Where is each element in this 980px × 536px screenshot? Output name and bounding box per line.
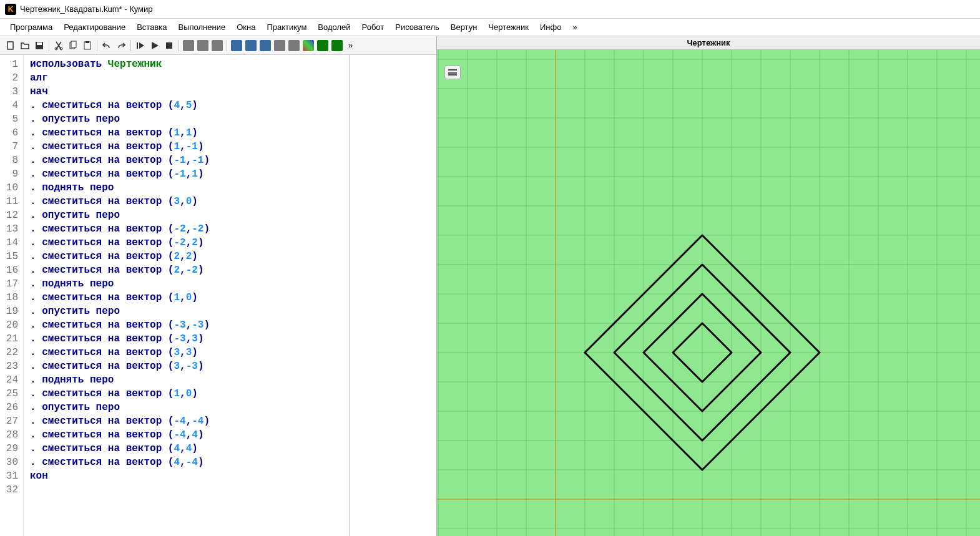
menubar: ПрограммаРедактированиеВставкаВыполнение… xyxy=(0,19,980,36)
tool-icon[interactable] xyxy=(230,39,243,52)
svg-rect-0 xyxy=(7,42,13,49)
tool-icon[interactable] xyxy=(316,39,330,52)
cut-icon[interactable] xyxy=(52,39,66,52)
code-line[interactable]: . сместиться на вектор (3,3) xyxy=(30,346,343,359)
menu-item[interactable]: Программа xyxy=(5,21,57,34)
code-line[interactable]: . сместиться на вектор (1,-1) xyxy=(30,140,343,153)
code-line[interactable]: . сместиться на вектор (1,1) xyxy=(30,126,343,140)
svg-rect-9 xyxy=(137,42,138,49)
code-line[interactable]: . сместиться на вектор (1,0) xyxy=(30,291,343,305)
save-file-icon[interactable] xyxy=(32,39,46,52)
separator xyxy=(49,40,49,51)
svg-rect-6 xyxy=(71,41,76,47)
tool-icon[interactable] xyxy=(244,39,258,52)
code-line[interactable]: . сместиться на вектор (-3,3) xyxy=(30,332,343,346)
tool-icon[interactable] xyxy=(273,39,287,52)
separator xyxy=(227,40,227,51)
code-line[interactable]: . сместиться на вектор (2,2) xyxy=(30,250,343,263)
code-line[interactable]: . сместиться на вектор (2,-2) xyxy=(30,263,343,277)
separator xyxy=(179,40,179,51)
menu-item[interactable]: Выполнение xyxy=(173,21,230,34)
code-line[interactable]: нач xyxy=(30,85,343,99)
menu-item[interactable]: Рисователь xyxy=(390,21,444,34)
menu-item[interactable]: Редактирование xyxy=(59,21,130,34)
editor-side-column xyxy=(349,55,436,536)
menu-item[interactable]: Робот xyxy=(357,21,390,34)
tool-icon[interactable] xyxy=(330,39,344,52)
code-line[interactable]: . сместиться на вектор (-3,-3) xyxy=(30,318,343,332)
right-pane: Чертежник xyxy=(437,36,980,536)
open-file-icon[interactable] xyxy=(18,39,32,52)
separator xyxy=(130,40,131,51)
code-line[interactable]: алг xyxy=(30,71,343,85)
menu-item[interactable]: Практикум xyxy=(262,21,311,34)
code-line[interactable]: кон xyxy=(30,469,343,483)
code-line[interactable] xyxy=(30,483,343,497)
tool-icon[interactable] xyxy=(210,39,224,52)
canvas-menu-button[interactable] xyxy=(444,66,461,79)
hamburger-icon xyxy=(448,69,457,76)
toolbar-more[interactable]: » xyxy=(345,41,356,50)
code-area[interactable]: использовать Чертежникалгнач. сместиться… xyxy=(24,55,349,536)
menu-item[interactable]: Инфо xyxy=(535,21,566,34)
code-line[interactable]: . опустить перо xyxy=(30,401,343,414)
menu-item[interactable]: Чертежник xyxy=(483,21,534,34)
line-gutter: 1234567891011121314151617181920212223242… xyxy=(0,55,24,536)
code-line[interactable]: . сместиться на вектор (3,0) xyxy=(30,195,343,208)
code-line[interactable]: использовать Чертежник xyxy=(30,57,343,71)
svg-rect-10 xyxy=(166,42,172,49)
tool-icon[interactable] xyxy=(196,39,210,52)
code-line[interactable]: . сместиться на вектор (3,-3) xyxy=(30,359,343,373)
tool-icon[interactable] xyxy=(182,39,195,52)
canvas-title: Чертежник xyxy=(437,36,980,50)
code-line[interactable]: . поднять перо xyxy=(30,373,343,387)
code-line[interactable]: . сместиться на вектор (-1,1) xyxy=(30,167,343,181)
menu-item[interactable]: » xyxy=(567,21,582,34)
code-line[interactable]: . сместиться на вектор (-2,-2) xyxy=(30,222,343,236)
menu-item[interactable]: Вертун xyxy=(446,21,483,34)
svg-rect-2 xyxy=(37,42,42,45)
copy-icon[interactable] xyxy=(66,39,80,52)
code-line[interactable]: . сместиться на вектор (-1,-1) xyxy=(30,153,343,167)
svg-rect-8 xyxy=(86,41,89,43)
menu-item[interactable]: Водолей xyxy=(313,21,355,34)
code-line[interactable]: . сместиться на вектор (1,0) xyxy=(30,387,343,401)
toolbar: » xyxy=(0,36,436,55)
left-pane: » 12345678910111213141516171819202122232… xyxy=(0,36,437,536)
code-line[interactable]: . сместиться на вектор (-4,-4) xyxy=(30,414,343,428)
code-line[interactable]: . сместиться на вектор (4,-4) xyxy=(30,456,343,469)
code-line[interactable]: . сместиться на вектор (-2,2) xyxy=(30,236,343,250)
code-line[interactable]: . опустить перо xyxy=(30,305,343,318)
separator xyxy=(97,40,97,51)
drawing-canvas[interactable] xyxy=(437,50,980,536)
undo-icon[interactable] xyxy=(100,39,114,52)
code-line[interactable]: . сместиться на вектор (4,5) xyxy=(30,99,343,112)
titlebar: K Чертежник_Квадраты.kum* - Кумир xyxy=(0,0,980,19)
stop-icon[interactable] xyxy=(162,39,176,52)
code-line[interactable]: . поднять перо xyxy=(30,277,343,291)
paste-icon[interactable] xyxy=(81,39,94,52)
tool-icon[interactable] xyxy=(301,39,315,52)
code-line[interactable]: . сместиться на вектор (4,4) xyxy=(30,442,343,456)
code-line[interactable]: . сместиться на вектор (-4,4) xyxy=(30,428,343,442)
tool-icon[interactable] xyxy=(258,39,272,52)
run-step-icon[interactable] xyxy=(134,39,147,52)
app-logo: K xyxy=(5,4,16,15)
tool-icon[interactable] xyxy=(287,39,301,52)
menu-item[interactable]: Окна xyxy=(232,21,260,34)
run-icon[interactable] xyxy=(148,39,162,52)
window-title: Чертежник_Квадраты.kum* - Кумир xyxy=(20,4,153,14)
redo-icon[interactable] xyxy=(114,39,128,52)
code-editor[interactable]: 1234567891011121314151617181920212223242… xyxy=(0,55,349,536)
editor-wrap: 1234567891011121314151617181920212223242… xyxy=(0,55,436,536)
code-line[interactable]: . поднять перо xyxy=(30,181,343,195)
menu-item[interactable]: Вставка xyxy=(132,21,172,34)
code-line[interactable]: . опустить перо xyxy=(30,208,343,222)
new-file-icon[interactable] xyxy=(4,39,17,52)
code-line[interactable]: . опустить перо xyxy=(30,112,343,126)
